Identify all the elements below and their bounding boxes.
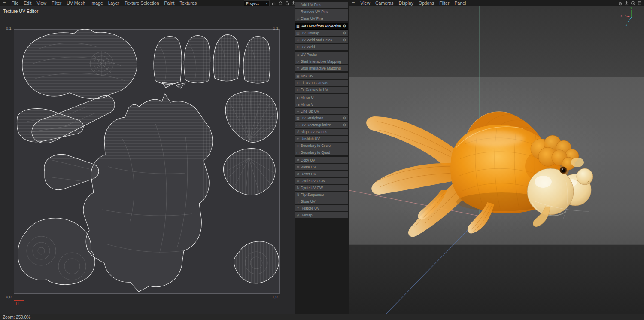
project-dropdown[interactable]: Project ▾ (244, 0, 270, 6)
pan-hand-icon[interactable] (618, 1, 623, 6)
viewport-menu-item[interactable]: View (358, 0, 373, 6)
tool-icon: □ (295, 151, 301, 155)
gear-icon[interactable] (342, 116, 347, 120)
uv-islands-canvas[interactable] (14, 29, 280, 294)
tool-item-label: Paste UV (301, 165, 316, 169)
tool-item[interactable]: ▦ Set UVW from Projection (295, 23, 348, 29)
viewport-menu-item[interactable]: Options (416, 0, 437, 6)
tool-item[interactable]: ↑ Restore UV (295, 205, 348, 211)
maximize-frame-icon[interactable] (637, 1, 642, 6)
tool-item-label: Fit UV to Canvas (301, 81, 328, 85)
uv-corner-label-bottom-left: 0,0 (6, 295, 12, 299)
tool-icon: ▣ (295, 74, 301, 78)
menubar-left: ≡ File Edit View Filter UV Mesh Image La… (0, 0, 295, 6)
u-axis-line (14, 300, 24, 301)
tool-item-label: UV Rectangularize (301, 123, 331, 127)
viewport-menus: View Cameras Display Options Filter Pane… (358, 0, 468, 6)
tool-icon: ○ (295, 144, 301, 148)
tool-item[interactable]: ⊡ Fit UV to Canvas (295, 80, 348, 86)
download-icon[interactable] (624, 1, 629, 6)
tool-icon: ⊟ (295, 88, 301, 92)
tool-item[interactable]: ◻ Stop Interactive Mapping (295, 65, 348, 71)
tool-item-label: Store UV (301, 199, 316, 204)
tool-item-label: Clear UV Pins (301, 16, 323, 21)
tool-item[interactable]: ▷ Start Interactive Mapping (295, 58, 348, 64)
menu-item[interactable]: Edit (21, 0, 34, 6)
tool-item[interactable]: ▥ UV Straighten (295, 115, 348, 121)
tool-icon: ↓ (295, 200, 301, 204)
tool-item-label: UV Weld (301, 45, 315, 49)
lock-open-icon[interactable] (285, 1, 289, 6)
tool-item-label: Add UV Pins (301, 3, 321, 7)
tool-icon: ◇ (295, 38, 301, 42)
tool-item[interactable]: × Clear UV Pins (295, 15, 348, 21)
tool-item[interactable]: ≋ UV Peeler (295, 52, 348, 58)
tool-item[interactable]: □ Boundary to Quad (295, 149, 348, 155)
tool-item[interactable]: ↺ Cycle UV CCW (295, 178, 348, 184)
viewport-menu-item[interactable]: Cameras (373, 0, 396, 6)
menu-icon[interactable]: ≡ (0, 0, 9, 6)
tool-item[interactable]: ⧉ Copy UV (295, 157, 348, 163)
viewport-menu-icon[interactable]: ≡ (349, 0, 358, 6)
tool-item[interactable]: ⇄ Remap... (295, 212, 348, 218)
viewport-menu-item[interactable]: Panel (452, 0, 469, 6)
tool-item[interactable]: ○ Boundary to Circle (295, 143, 348, 149)
tool-item[interactable]: ⊞ UV Weld (295, 44, 348, 50)
menu-item[interactable]: Filter (49, 0, 64, 6)
zoom-level: Zoom: 259.0% (3, 315, 30, 320)
menu-item[interactable]: Paint (162, 0, 177, 6)
tool-item[interactable]: − Remove UV Pins (295, 9, 348, 15)
tool-item-label: Remove UV Pins (301, 9, 328, 14)
gizmo-z-label: Z (626, 23, 627, 26)
tool-item[interactable]: ⊞ Paste UV (295, 164, 348, 170)
tool-icon: ↻ (295, 186, 301, 190)
tool-item[interactable]: ⊟ Fit Canvas to UV (295, 87, 348, 93)
tool-item[interactable]: ◧ Mirror U (295, 94, 348, 101)
tool-item[interactable]: ↺ Reset UV (295, 171, 348, 177)
bar-chart-icon[interactable] (272, 1, 276, 6)
history-icon[interactable] (631, 1, 635, 6)
tool-icon: ⊞ (295, 45, 301, 49)
tool-item[interactable]: ↓ Store UV (295, 198, 348, 204)
tool-item[interactable]: ▤ UV Unwrap (295, 30, 348, 36)
panel-title: Texture UV Editor (3, 9, 38, 14)
tool-item[interactable]: ≡ Line Up UV (295, 108, 348, 114)
tool-item[interactable]: ◨ Mirror V (295, 101, 348, 107)
tool-item[interactable]: # Align UV Islands (295, 129, 348, 135)
fish-eye (560, 167, 567, 174)
menubar-right: ≡ View Cameras Display Options Filter Pa… (349, 0, 644, 6)
tool-item-label: Reset UV (301, 172, 316, 176)
gear-icon[interactable] (342, 24, 347, 28)
texture-uv-editor-panel: Texture UV Editor (0, 6, 295, 314)
menu-item[interactable]: Texture Selection (122, 0, 162, 6)
tool-item-label: UV Straighten (301, 116, 323, 120)
tool-item[interactable]: ↻ Cycle UV CW (295, 185, 348, 191)
tool-item[interactable]: ⇅ Flip Sequence (295, 192, 348, 198)
viewport-menu-item[interactable]: Filter (437, 0, 452, 6)
goldfish-model[interactable] (366, 112, 593, 237)
menu-item[interactable]: View (34, 0, 49, 6)
menu-item[interactable]: Image (88, 0, 106, 6)
tool-icon: ⧉ (295, 158, 301, 162)
tool-item[interactable]: ▭ UV Rectangularize (295, 122, 348, 128)
gear-icon[interactable] (342, 31, 347, 35)
tool-icon: ◻ (295, 67, 301, 70)
axis-z-line (386, 218, 480, 314)
tool-item[interactable]: ▣ Max UV (295, 73, 348, 79)
tool-icon: # (295, 130, 301, 134)
tool-item[interactable]: ◇ UV Weld and Relax (295, 37, 348, 43)
gear-icon[interactable] (342, 38, 347, 42)
tool-icon: ⇅ (295, 193, 301, 197)
tool-item[interactable]: ✂ Unstitch UV (295, 136, 348, 142)
tool-icon: ▤ (295, 31, 301, 35)
menu-item[interactable]: UV Mesh (64, 0, 88, 6)
menu-item[interactable]: Layer (106, 0, 122, 6)
lock-icon[interactable] (278, 1, 283, 6)
gear-icon[interactable] (342, 123, 347, 127)
viewport-menu-item[interactable]: Display (396, 0, 416, 6)
menu-item[interactable]: Textures (177, 0, 199, 6)
menu-item[interactable]: File (9, 0, 21, 6)
axis-gizmo[interactable]: Y X Z (620, 6, 632, 26)
tool-item[interactable]: + Add UV Pins (295, 2, 348, 8)
viewport-3d[interactable]: Y X Z (349, 6, 644, 314)
